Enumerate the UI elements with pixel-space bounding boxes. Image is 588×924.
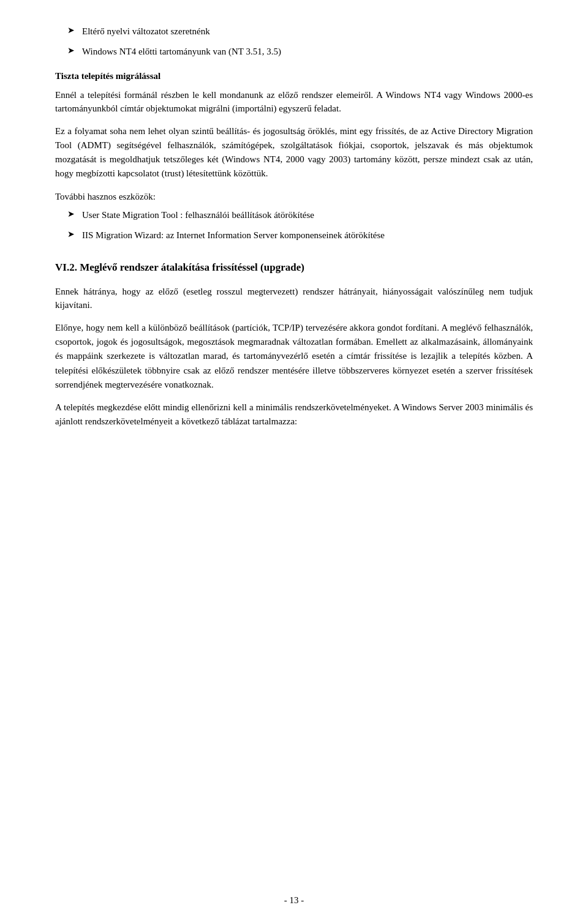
tiszta-heading: Tiszta telepítés migrálással <box>55 69 533 83</box>
admt-paragraph: Ez a folyamat soha nem lehet olyan szint… <box>55 124 533 181</box>
bullet-text-1: Eltérő nyelvi változatot szeretnénk <box>82 24 533 39</box>
upgrade-para3: A telepítés megkezdése előtt mindig elle… <box>55 400 533 428</box>
section-vi2-title: VI.2. Meglévő rendszer átalakítása friss… <box>55 260 533 275</box>
page-footer: - 13 - <box>0 895 588 906</box>
bullet-arrow-2: ➤ <box>67 45 75 56</box>
bullet-item-1: ➤ Eltérő nyelvi változatot szeretnénk <box>55 24 533 39</box>
bullet-item-2: ➤ Windows NT4 előtti tartományunk van (N… <box>55 45 533 59</box>
further-text-2: IIS Migration Wizard: az Internet Inform… <box>82 228 533 242</box>
further-tools-section: További hasznos eszközök: ➤ User State M… <box>55 190 533 242</box>
further-bullet-2: ➤ IIS Migration Wizard: az Internet Info… <box>55 228 533 242</box>
top-bullets-section: ➤ Eltérő nyelvi változatot szeretnénk ➤ … <box>55 24 533 58</box>
further-text-1: User State Migration Tool : felhasználói… <box>82 208 533 222</box>
further-arrow-1: ➤ <box>67 209 75 219</box>
upgrade-para2: Előnye, hogy nem kell a különböző beállí… <box>55 321 533 392</box>
further-tools-label: További hasznos eszközök: <box>55 190 533 204</box>
bullet-arrow-1: ➤ <box>67 25 75 36</box>
further-arrow-2: ➤ <box>67 229 75 239</box>
tiszta-section: Tiszta telepítés migrálással Ennél a tel… <box>55 69 533 181</box>
bullet-text-2: Windows NT4 előtti tartományunk van (NT … <box>82 45 533 59</box>
tiszta-intro: Ennél a telepítési formánál részben le k… <box>55 88 533 116</box>
upgrade-para1: Ennek hátránya, hogy az előző (esetleg r… <box>55 285 533 312</box>
page-container: ➤ Eltérő nyelvi változatot szeretnénk ➤ … <box>0 0 588 924</box>
further-bullet-1: ➤ User State Migration Tool : felhasznál… <box>55 208 533 222</box>
page-number: - 13 - <box>284 895 304 905</box>
